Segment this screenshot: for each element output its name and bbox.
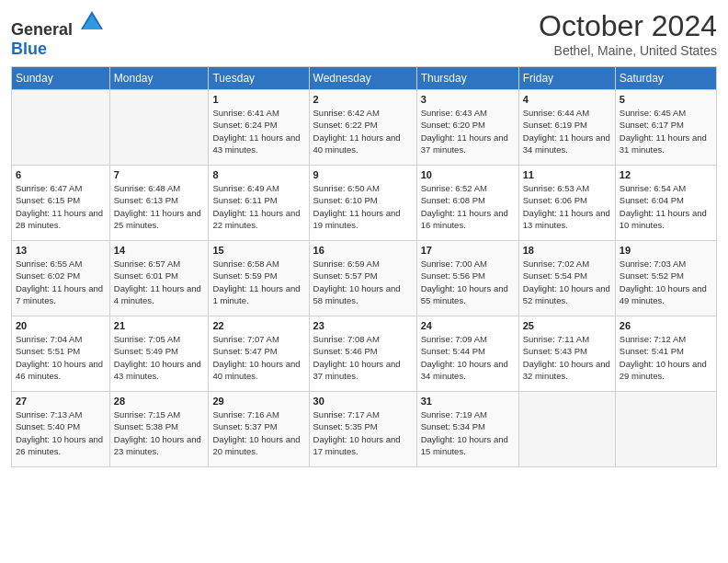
- day-content: Sunrise: 6:58 AMSunset: 5:59 PMDaylight:…: [212, 258, 304, 306]
- day-number: 16: [313, 245, 413, 256]
- day-content: Sunrise: 7:09 AMSunset: 5:44 PMDaylight:…: [421, 333, 515, 382]
- logo-blue: Blue: [11, 40, 47, 58]
- day-number: 21: [114, 320, 205, 331]
- title-block: October 2024 Bethel, Maine, United State…: [539, 9, 717, 58]
- day-content: Sunrise: 6:41 AMSunset: 6:24 PMDaylight:…: [212, 107, 304, 155]
- day-number: 17: [421, 245, 515, 256]
- day-content: Sunrise: 6:59 AMSunset: 5:57 PMDaylight:…: [313, 258, 413, 306]
- day-number: 2: [313, 94, 413, 105]
- week-row-4: 20Sunrise: 7:04 AMSunset: 5:51 PMDayligh…: [12, 316, 717, 392]
- calendar-cell: 25Sunrise: 7:11 AMSunset: 5:43 PMDayligh…: [518, 316, 615, 392]
- calendar-cell: 21Sunrise: 7:05 AMSunset: 5:49 PMDayligh…: [109, 316, 209, 392]
- week-row-2: 6Sunrise: 6:47 AMSunset: 6:15 PMDaylight…: [12, 166, 717, 241]
- week-row-5: 27Sunrise: 7:13 AMSunset: 5:40 PMDayligh…: [12, 392, 717, 467]
- day-number: 23: [313, 320, 413, 331]
- day-number: 26: [620, 320, 712, 331]
- day-content: Sunrise: 7:02 AMSunset: 5:54 PMDaylight:…: [523, 258, 611, 306]
- day-number: 15: [212, 245, 304, 256]
- day-number: 11: [523, 169, 611, 180]
- day-content: Sunrise: 7:17 AMSunset: 5:35 PMDaylight:…: [313, 408, 413, 457]
- calendar-cell: 9Sunrise: 6:50 AMSunset: 6:10 PMDaylight…: [309, 166, 416, 241]
- day-number: 14: [114, 245, 205, 256]
- calendar-table: SundayMondayTuesdayWednesdayThursdayFrid…: [11, 66, 717, 467]
- calendar-cell: 3Sunrise: 6:43 AMSunset: 6:20 PMDaylight…: [416, 90, 518, 166]
- day-number: 28: [114, 396, 205, 407]
- calendar-cell: 16Sunrise: 6:59 AMSunset: 5:57 PMDayligh…: [309, 241, 416, 316]
- page-container: General Blue October 2024 Bethel, Maine,…: [0, 0, 728, 475]
- calendar-cell: [518, 392, 615, 467]
- calendar-cell: 14Sunrise: 6:57 AMSunset: 6:01 PMDayligh…: [109, 241, 209, 316]
- day-content: Sunrise: 7:03 AMSunset: 5:52 PMDaylight:…: [620, 258, 712, 306]
- weekday-header-tuesday: Tuesday: [209, 67, 309, 90]
- day-content: Sunrise: 6:42 AMSunset: 6:22 PMDaylight:…: [313, 107, 413, 155]
- day-content: Sunrise: 7:05 AMSunset: 5:49 PMDaylight:…: [114, 333, 205, 382]
- weekday-header-thursday: Thursday: [416, 67, 518, 90]
- day-content: Sunrise: 7:15 AMSunset: 5:38 PMDaylight:…: [114, 408, 205, 457]
- day-number: 24: [421, 320, 515, 331]
- logo: General Blue: [11, 9, 105, 59]
- day-number: 25: [523, 320, 611, 331]
- calendar-cell: 29Sunrise: 7:16 AMSunset: 5:37 PMDayligh…: [209, 392, 309, 467]
- day-content: Sunrise: 6:53 AMSunset: 6:06 PMDaylight:…: [523, 182, 611, 231]
- page-header: General Blue October 2024 Bethel, Maine,…: [11, 9, 717, 59]
- calendar-cell: 17Sunrise: 7:00 AMSunset: 5:56 PMDayligh…: [416, 241, 518, 316]
- calendar-cell: 20Sunrise: 7:04 AMSunset: 5:51 PMDayligh…: [12, 316, 110, 392]
- weekday-header-friday: Friday: [518, 67, 615, 90]
- day-number: 7: [114, 169, 205, 180]
- calendar-cell: 22Sunrise: 7:07 AMSunset: 5:47 PMDayligh…: [209, 316, 309, 392]
- day-content: Sunrise: 6:45 AMSunset: 6:17 PMDaylight:…: [620, 107, 712, 155]
- calendar-cell: 1Sunrise: 6:41 AMSunset: 6:24 PMDaylight…: [209, 90, 309, 166]
- day-number: 6: [16, 169, 106, 180]
- calendar-cell: 28Sunrise: 7:15 AMSunset: 5:38 PMDayligh…: [109, 392, 209, 467]
- day-number: 3: [421, 94, 515, 105]
- day-number: 20: [16, 320, 106, 331]
- day-number: 31: [421, 396, 515, 407]
- calendar-cell: 19Sunrise: 7:03 AMSunset: 5:52 PMDayligh…: [615, 241, 716, 316]
- weekday-header-wednesday: Wednesday: [309, 67, 416, 90]
- day-content: Sunrise: 6:44 AMSunset: 6:19 PMDaylight:…: [523, 107, 611, 155]
- day-number: 1: [212, 94, 304, 105]
- weekday-header-saturday: Saturday: [615, 67, 716, 90]
- day-number: 4: [523, 94, 611, 105]
- day-content: Sunrise: 6:52 AMSunset: 6:08 PMDaylight:…: [421, 182, 515, 231]
- day-content: Sunrise: 7:12 AMSunset: 5:41 PMDaylight:…: [620, 333, 712, 382]
- location-title: Bethel, Maine, United States: [539, 43, 717, 58]
- calendar-cell: 7Sunrise: 6:48 AMSunset: 6:13 PMDaylight…: [109, 166, 209, 241]
- calendar-cell: 6Sunrise: 6:47 AMSunset: 6:15 PMDaylight…: [12, 166, 110, 241]
- calendar-cell: 2Sunrise: 6:42 AMSunset: 6:22 PMDaylight…: [309, 90, 416, 166]
- day-number: 12: [620, 169, 712, 180]
- day-content: Sunrise: 7:07 AMSunset: 5:47 PMDaylight:…: [212, 333, 304, 382]
- calendar-cell: 10Sunrise: 6:52 AMSunset: 6:08 PMDayligh…: [416, 166, 518, 241]
- logo-icon: [79, 9, 105, 35]
- day-content: Sunrise: 7:08 AMSunset: 5:46 PMDaylight:…: [313, 333, 413, 382]
- day-number: 13: [16, 245, 106, 256]
- calendar-cell: 27Sunrise: 7:13 AMSunset: 5:40 PMDayligh…: [12, 392, 110, 467]
- day-content: Sunrise: 7:13 AMSunset: 5:40 PMDaylight:…: [16, 408, 106, 457]
- calendar-cell: 13Sunrise: 6:55 AMSunset: 6:02 PMDayligh…: [12, 241, 110, 316]
- logo-general: General: [11, 20, 73, 39]
- weekday-header-monday: Monday: [109, 67, 209, 90]
- calendar-cell: 24Sunrise: 7:09 AMSunset: 5:44 PMDayligh…: [416, 316, 518, 392]
- day-number: 29: [212, 396, 304, 407]
- day-content: Sunrise: 7:11 AMSunset: 5:43 PMDaylight:…: [523, 333, 611, 382]
- day-content: Sunrise: 6:57 AMSunset: 6:01 PMDaylight:…: [114, 258, 205, 306]
- day-content: Sunrise: 6:49 AMSunset: 6:11 PMDaylight:…: [212, 182, 304, 231]
- day-content: Sunrise: 6:48 AMSunset: 6:13 PMDaylight:…: [114, 182, 205, 231]
- week-row-3: 13Sunrise: 6:55 AMSunset: 6:02 PMDayligh…: [12, 241, 717, 316]
- calendar-cell: 4Sunrise: 6:44 AMSunset: 6:19 PMDaylight…: [518, 90, 615, 166]
- calendar-cell: 15Sunrise: 6:58 AMSunset: 5:59 PMDayligh…: [209, 241, 309, 316]
- day-number: 30: [313, 396, 413, 407]
- calendar-cell: [109, 90, 209, 166]
- calendar-cell: [12, 90, 110, 166]
- day-content: Sunrise: 7:16 AMSunset: 5:37 PMDaylight:…: [212, 408, 304, 457]
- calendar-cell: 23Sunrise: 7:08 AMSunset: 5:46 PMDayligh…: [309, 316, 416, 392]
- day-content: Sunrise: 6:47 AMSunset: 6:15 PMDaylight:…: [16, 182, 106, 231]
- day-number: 8: [212, 169, 304, 180]
- day-number: 5: [620, 94, 712, 105]
- weekday-header-sunday: Sunday: [12, 67, 110, 90]
- day-content: Sunrise: 7:04 AMSunset: 5:51 PMDaylight:…: [16, 333, 106, 382]
- calendar-cell: 30Sunrise: 7:17 AMSunset: 5:35 PMDayligh…: [309, 392, 416, 467]
- calendar-cell: 8Sunrise: 6:49 AMSunset: 6:11 PMDaylight…: [209, 166, 309, 241]
- calendar-cell: 31Sunrise: 7:19 AMSunset: 5:34 PMDayligh…: [416, 392, 518, 467]
- calendar-cell: 26Sunrise: 7:12 AMSunset: 5:41 PMDayligh…: [615, 316, 716, 392]
